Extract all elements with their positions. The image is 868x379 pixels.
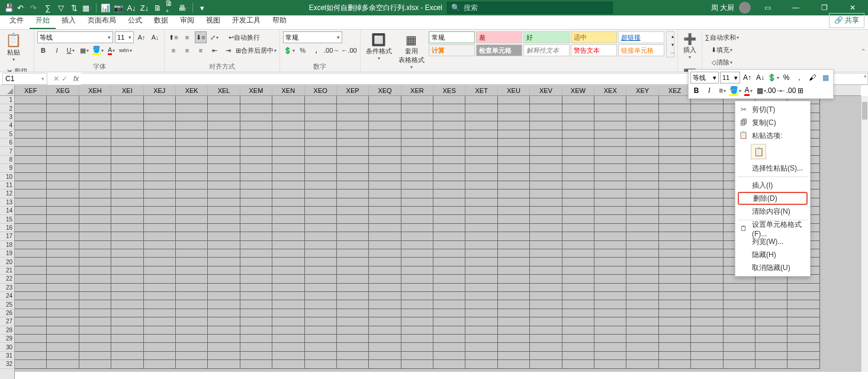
row-header[interactable]: 29 — [0, 335, 14, 343]
row-header[interactable]: 6 — [0, 139, 14, 147]
row-header[interactable]: 20 — [0, 258, 14, 266]
name-box[interactable]: C1▾ — [2, 73, 47, 85]
style-hyperlink[interactable]: 超链接 — [618, 31, 664, 43]
newdoc-qat-icon[interactable]: 🗎⁺ — [165, 2, 176, 13]
print-qat-icon[interactable]: 🖶▾ — [178, 2, 189, 13]
ribbon-display-icon[interactable]: ▭ — [756, 0, 779, 15]
row-header[interactable]: 10 — [0, 173, 14, 181]
accounting-format-button[interactable]: 💲▾ — [283, 44, 295, 56]
align-center-button[interactable]: ≡ — [181, 44, 193, 56]
column-header[interactable]: XEI — [111, 85, 143, 95]
tab-3[interactable]: 页面布局 — [82, 13, 122, 29]
fill-color-button[interactable]: 🪣▾ — [92, 44, 104, 56]
mini-percent[interactable]: % — [780, 72, 792, 83]
row-header[interactable]: 17 — [0, 232, 14, 240]
align-middle-button[interactable]: ≡ — [181, 31, 193, 43]
row-header[interactable]: 15 — [0, 215, 14, 223]
align-bottom-button[interactable]: ⬇≡ — [195, 31, 207, 43]
row-header[interactable]: 27 — [0, 317, 14, 326]
row-header[interactable]: 28 — [0, 326, 14, 335]
undo-icon[interactable]: ↶▾ — [17, 2, 27, 13]
cells-area[interactable] — [15, 96, 861, 372]
cell-styles-gallery[interactable]: 常规 差 好 适中 超链接 计算 检查单元格 解释性文本 警告文本 链接单元格 — [429, 31, 664, 56]
sort-qat-icon[interactable]: ⇅ — [69, 2, 79, 13]
underline-button[interactable]: U▾ — [65, 44, 76, 56]
cancel-formula-icon[interactable]: ✕ — [53, 75, 59, 83]
chart-qat-icon[interactable]: 📊 — [100, 2, 111, 13]
column-header[interactable]: XEV — [530, 85, 562, 95]
minimize-icon[interactable]: — — [784, 0, 808, 15]
column-header[interactable]: XEL — [208, 85, 240, 95]
column-header[interactable]: XER — [401, 85, 433, 95]
decrease-indent-button[interactable]: ⇤ — [208, 44, 220, 56]
ctx-format-cells[interactable]: 🗒设置单元格格式(F)... — [735, 222, 810, 235]
ctx-paste-default[interactable]: 📋 — [751, 144, 766, 159]
column-header[interactable]: XEW — [562, 85, 594, 95]
align-top-button[interactable]: ⬆≡ — [168, 31, 179, 43]
tab-1[interactable]: 开始 — [30, 13, 56, 29]
mini-grow-font[interactable]: A↑ — [741, 72, 753, 83]
row-header[interactable]: 22 — [0, 275, 14, 283]
sortasc-qat-icon[interactable]: A↓ — [126, 2, 137, 13]
row-header[interactable]: 5 — [0, 130, 14, 139]
mini-fill-color[interactable]: 🪣▾ — [729, 85, 741, 97]
ctx-column-width[interactable]: 列宽(W)... — [735, 235, 810, 248]
mini-shrink-font[interactable]: A↓ — [754, 72, 766, 83]
style-good[interactable]: 好 — [523, 31, 570, 43]
ctx-insert[interactable]: 插入(I) — [735, 179, 810, 192]
column-header[interactable]: XEG — [47, 85, 79, 95]
mini-bold[interactable]: B — [690, 85, 702, 97]
column-header[interactable]: XES — [433, 85, 465, 95]
increase-indent-button[interactable]: ⇥ — [222, 44, 234, 56]
row-header[interactable]: 1 — [0, 96, 14, 104]
column-header[interactable]: XEJ — [144, 85, 176, 95]
row-header[interactable]: 24 — [0, 292, 14, 300]
column-header[interactable]: XEH — [79, 85, 111, 95]
gallery-more-button[interactable]: ⋯ — [667, 49, 679, 57]
share-button[interactable]: 🔗 共享 — [829, 13, 864, 28]
mini-painter[interactable]: 🖌 — [806, 72, 818, 83]
save-icon[interactable]: 💾 — [4, 2, 14, 13]
tab-9[interactable]: 帮助 — [266, 13, 292, 29]
select-all-button[interactable] — [0, 85, 15, 96]
row-header[interactable]: 7 — [0, 147, 14, 155]
mini-accounting[interactable]: 💲▾ — [767, 72, 779, 83]
mini-dec-dec[interactable]: ←.00 — [782, 85, 793, 97]
row-header[interactable]: 32 — [0, 360, 14, 368]
mini-align[interactable]: ≡▾ — [716, 85, 728, 97]
mini-merge[interactable]: ⊞ — [795, 85, 806, 97]
column-header[interactable]: XEP — [337, 85, 369, 95]
doc-qat-icon[interactable]: 🗎 — [152, 2, 163, 13]
style-check-cell[interactable]: 检查单元格 — [476, 44, 522, 56]
orientation-button[interactable]: ⤢▾ — [208, 31, 220, 43]
row-header[interactable]: 12 — [0, 190, 14, 198]
row-header[interactable]: 31 — [0, 352, 14, 360]
column-header[interactable]: XET — [465, 85, 497, 95]
tab-2[interactable]: 插入 — [56, 13, 82, 29]
decrease-decimal-button[interactable]: ←.00 — [341, 44, 356, 56]
column-header[interactable]: XEY — [626, 85, 658, 95]
enter-formula-icon[interactable]: ✓ — [62, 75, 67, 83]
fill-button[interactable]: ⬇ 填充 ▾ — [705, 44, 739, 56]
italic-button[interactable]: I — [51, 44, 63, 56]
column-header[interactable]: XEF — [15, 85, 47, 95]
phonetic-button[interactable]: wén▾ — [119, 44, 132, 56]
mini-font-color[interactable]: A▾ — [742, 85, 754, 97]
row-header[interactable]: 16 — [0, 224, 14, 232]
autosum-button[interactable]: ∑ 自动求和 ▾ — [705, 31, 739, 43]
row-header[interactable]: 21 — [0, 266, 14, 275]
merge-center-button[interactable]: ⊞合并后居中▾ — [236, 44, 277, 56]
increase-decimal-button[interactable]: .00→ — [324, 44, 339, 56]
column-header[interactable]: XEO — [305, 85, 337, 95]
mini-size-combo[interactable]: 11▾ — [720, 72, 740, 83]
tab-4[interactable]: 公式 — [122, 13, 148, 29]
mini-font-combo[interactable]: 等线▾ — [690, 72, 719, 83]
expand-formula-bar-icon[interactable]: ▾ — [864, 73, 867, 79]
row-header[interactable]: 18 — [0, 241, 14, 249]
gallery-down-button[interactable]: ▾ — [667, 40, 679, 49]
tab-6[interactable]: 审阅 — [174, 13, 200, 29]
column-header[interactable]: XEX — [594, 85, 626, 95]
scroll-thumb[interactable] — [862, 102, 867, 120]
filter-qat-icon[interactable]: ▽ — [56, 2, 66, 13]
style-linked-cell[interactable]: 链接单元格 — [618, 44, 664, 56]
